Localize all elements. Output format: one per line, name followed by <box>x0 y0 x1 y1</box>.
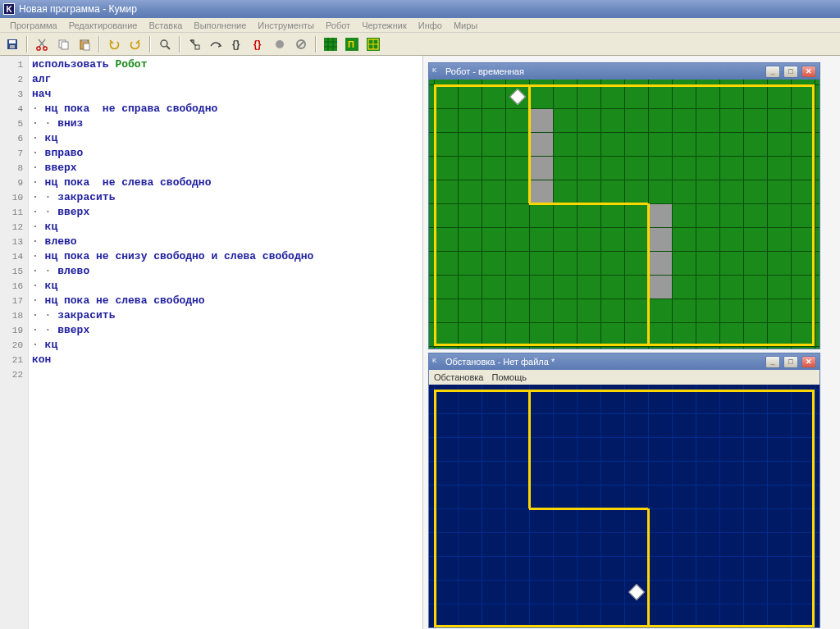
content-area: 12345678910111213141516171819202122 испо… <box>0 56 840 629</box>
main-menubar: ПрограммаРедактированиеВставкаВыполнение… <box>0 18 840 33</box>
code-editor[interactable]: 12345678910111213141516171819202122 испо… <box>0 56 423 629</box>
step-over-icon[interactable] <box>207 35 225 53</box>
pi-world-icon[interactable]: П <box>343 35 361 53</box>
robot-window-title: Робот - временная <box>445 66 524 76</box>
obst-titlebar[interactable]: K Обстановка - Нет файла * _ □ ✕ <box>429 353 819 370</box>
menu-item-7[interactable]: Инфо <box>413 19 447 32</box>
main-titlebar: K Новая программа - Кумир <box>0 0 840 18</box>
close-button[interactable]: ✕ <box>801 66 816 78</box>
menu-item-8[interactable]: Миры <box>449 19 482 32</box>
redo-icon[interactable] <box>126 35 144 53</box>
menu-item-4[interactable]: Инструменты <box>253 19 319 32</box>
paste-icon[interactable] <box>75 35 94 53</box>
reset-icon[interactable] <box>292 35 310 53</box>
svg-point-12 <box>161 40 167 47</box>
copy-icon[interactable] <box>54 35 72 53</box>
menu-item-2[interactable]: Вставка <box>144 19 187 32</box>
robot-window[interactable]: K Робот - временная _ □ ✕ <box>428 62 820 349</box>
app-icon: K <box>3 3 15 15</box>
menu-item-1[interactable]: Редактирование <box>64 19 143 32</box>
minimize-button[interactable]: _ <box>765 356 780 368</box>
maximize-button[interactable]: □ <box>783 66 798 78</box>
menu-item-6[interactable]: Чертежник <box>357 19 412 32</box>
robot-titlebar[interactable]: K Робот - временная _ □ ✕ <box>429 63 819 80</box>
grid-world-icon[interactable] <box>322 35 340 53</box>
obst-menubar: ОбстановкаПомощь <box>429 370 819 385</box>
svg-text:{}: {} <box>232 39 240 50</box>
obst-window-icon: K <box>432 357 442 367</box>
obst-window-title: Обстановка - Нет файла * <box>445 357 555 367</box>
svg-line-13 <box>167 46 170 49</box>
line-gutter: 12345678910111213141516171819202122 <box>0 56 29 629</box>
find-icon[interactable] <box>156 35 174 53</box>
run-icon[interactable]: {} <box>228 35 246 53</box>
cut-icon[interactable] <box>33 35 51 53</box>
obst-grid-canvas[interactable] <box>429 385 819 627</box>
save-icon[interactable] <box>3 35 21 53</box>
pause-icon[interactable]: {} <box>249 35 267 53</box>
main-toolbar: {}{}П <box>0 33 840 56</box>
menu-item-5[interactable]: Робот <box>321 19 355 32</box>
svg-text:П: П <box>348 39 354 49</box>
svg-rect-10 <box>82 39 87 42</box>
robot-window-icon: K <box>432 66 442 76</box>
menu-item-0[interactable]: Программа <box>5 19 62 32</box>
robot-grid-canvas[interactable] <box>429 80 819 349</box>
obst-window[interactable]: K Обстановка - Нет файла * _ □ ✕ Обстано… <box>428 353 820 628</box>
step-into-icon[interactable] <box>185 35 203 53</box>
obst-menu-item-1[interactable]: Помощь <box>491 372 527 382</box>
window-title: Новая программа - Кумир <box>19 3 137 15</box>
svg-point-17 <box>276 40 284 48</box>
stop-icon[interactable] <box>271 35 289 53</box>
maximize-button[interactable]: □ <box>783 356 798 368</box>
obst-menu-item-0[interactable]: Обстановка <box>434 372 483 382</box>
undo-icon[interactable] <box>105 35 123 53</box>
svg-line-19 <box>298 41 304 48</box>
menu-item-3[interactable]: Выполнение <box>189 19 251 32</box>
svg-rect-8 <box>62 42 68 49</box>
close-button[interactable]: ✕ <box>801 356 816 368</box>
svg-rect-11 <box>84 43 89 50</box>
grid-alt-icon[interactable] <box>364 35 382 53</box>
svg-rect-1 <box>9 40 16 43</box>
svg-text:{}: {} <box>253 39 262 50</box>
minimize-button[interactable]: _ <box>765 66 780 78</box>
code-text[interactable]: использовать Робот алг нач · нц пока не … <box>29 56 422 629</box>
svg-rect-2 <box>10 45 15 48</box>
svg-rect-20 <box>324 38 337 51</box>
